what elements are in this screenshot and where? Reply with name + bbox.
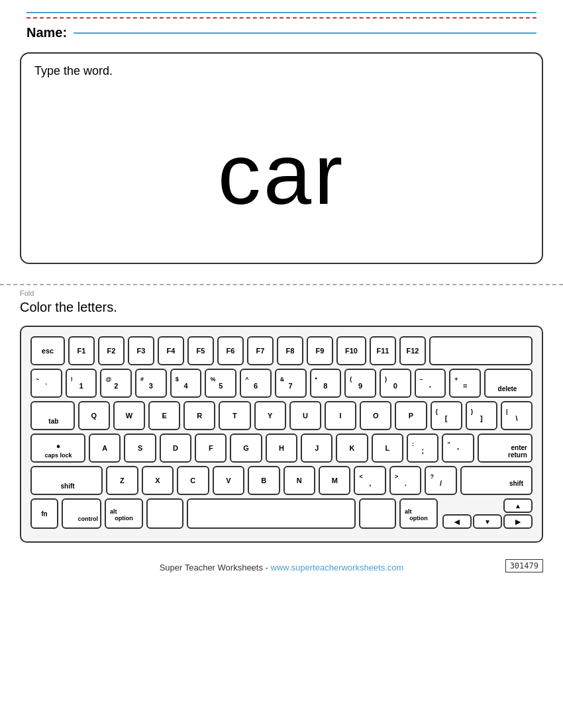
- keyboard-row-1: esc F1 F2 F3 F4 F5 F6 F7 F8 F9 F10 F11 F…: [30, 336, 533, 365]
- key-c[interactable]: C: [177, 466, 209, 495]
- key-r[interactable]: R: [183, 401, 215, 430]
- dashed-decorative-line: [26, 17, 537, 19]
- key-f8-label: F8: [286, 347, 295, 355]
- key-7[interactable]: &7: [275, 369, 307, 398]
- key-equals[interactable]: +=: [449, 369, 481, 398]
- key-bracket-l[interactable]: {[: [431, 401, 462, 430]
- key-n[interactable]: N: [283, 466, 315, 495]
- key-1[interactable]: !1: [66, 369, 97, 398]
- key-k[interactable]: K: [336, 433, 368, 463]
- key-shift-right[interactable]: shift: [460, 466, 533, 495]
- key-f9[interactable]: F9: [307, 336, 333, 365]
- key-a[interactable]: A: [89, 433, 121, 463]
- key-d[interactable]: D: [160, 433, 191, 463]
- key-e[interactable]: E: [148, 401, 180, 430]
- key-delete[interactable]: delete: [484, 369, 533, 398]
- key-esc[interactable]: esc: [30, 336, 65, 365]
- key-x[interactable]: X: [142, 466, 174, 495]
- key-f9-label: F9: [316, 347, 325, 355]
- key-f7[interactable]: F7: [247, 336, 274, 365]
- key-w[interactable]: W: [113, 401, 145, 430]
- key-quote[interactable]: "': [442, 433, 474, 463]
- key-arrow-left[interactable]: ◀: [442, 514, 472, 529]
- key-5[interactable]: %5: [205, 369, 236, 398]
- fold-label: Fold: [20, 289, 34, 297]
- key-bracket-r[interactable]: }]: [466, 401, 497, 430]
- key-f10[interactable]: F10: [336, 336, 366, 365]
- name-label: Name:: [26, 25, 67, 40]
- key-o[interactable]: O: [360, 401, 391, 430]
- fold-section: Fold: [0, 284, 563, 288]
- keyboard-row-3: tab Q W E R T Y U I O P {[ }] |\: [30, 401, 533, 430]
- key-j[interactable]: J: [301, 433, 333, 463]
- key-slash[interactable]: ?/: [425, 466, 456, 495]
- key-2[interactable]: @2: [100, 369, 132, 398]
- key-f11-label: F11: [377, 347, 389, 355]
- key-tab[interactable]: tab: [30, 401, 75, 430]
- key-capslock[interactable]: • caps lock: [30, 433, 85, 463]
- key-comma[interactable]: <,: [354, 466, 385, 495]
- key-g[interactable]: G: [230, 433, 262, 463]
- key-shift-left[interactable]: shift: [30, 466, 103, 495]
- key-t[interactable]: T: [219, 401, 250, 430]
- key-f5[interactable]: F5: [187, 336, 214, 365]
- key-minus[interactable]: –-: [415, 369, 446, 398]
- key-cmd-right[interactable]: [359, 498, 396, 529]
- key-6[interactable]: ^6: [240, 369, 272, 398]
- footer: Super Teacher Worksheets - www.superteac…: [0, 556, 563, 578]
- key-f[interactable]: F: [195, 433, 227, 463]
- key-0[interactable]: )0: [380, 369, 411, 398]
- key-f5-label: F5: [197, 347, 205, 355]
- key-arrow-right[interactable]: ▶: [503, 514, 533, 529]
- key-f2[interactable]: F2: [98, 336, 125, 365]
- key-f4[interactable]: F4: [158, 336, 184, 365]
- key-f1-label: F1: [77, 347, 86, 355]
- word-text: car: [218, 124, 346, 224]
- key-v[interactable]: V: [213, 466, 244, 495]
- key-9[interactable]: (9: [344, 369, 376, 398]
- key-b[interactable]: B: [248, 466, 280, 495]
- key-backslash[interactable]: |\: [501, 401, 533, 430]
- key-f3[interactable]: F3: [128, 336, 154, 365]
- key-f6[interactable]: F6: [217, 336, 244, 365]
- key-arrow-down[interactable]: ▼: [473, 514, 502, 529]
- key-f10-label: F10: [345, 347, 358, 355]
- key-p[interactable]: P: [395, 401, 427, 430]
- key-f11[interactable]: F11: [370, 336, 396, 365]
- top-section: Name:: [0, 0, 563, 40]
- key-i[interactable]: I: [325, 401, 356, 430]
- key-4[interactable]: $4: [170, 369, 202, 398]
- key-arrow-up[interactable]: ▲: [503, 498, 533, 513]
- key-f3-label: F3: [137, 347, 146, 355]
- key-q[interactable]: Q: [78, 401, 110, 430]
- key-alt-left[interactable]: alt option: [105, 498, 143, 529]
- key-period[interactable]: >.: [389, 466, 421, 495]
- bottom-section: Color the letters. esc F1 F2 F3 F4 F5 F6…: [0, 288, 563, 556]
- name-input-line[interactable]: [74, 32, 537, 34]
- key-l[interactable]: L: [372, 433, 403, 463]
- keyboard-row-6: fn control alt option alt option ▲: [30, 498, 533, 529]
- key-control[interactable]: control: [62, 498, 101, 529]
- key-f12-label: F12: [407, 347, 419, 355]
- key-f8[interactable]: F8: [277, 336, 303, 365]
- key-backtick[interactable]: ~`: [30, 369, 62, 398]
- key-enter[interactable]: enter return: [478, 433, 533, 463]
- key-f1[interactable]: F1: [68, 336, 95, 365]
- key-space[interactable]: [187, 498, 356, 529]
- key-y[interactable]: Y: [254, 401, 286, 430]
- key-u[interactable]: U: [289, 401, 321, 430]
- key-8[interactable]: *8: [310, 369, 342, 398]
- key-f12[interactable]: F12: [399, 336, 426, 365]
- key-alt-right[interactable]: alt option: [399, 498, 438, 529]
- key-m[interactable]: M: [319, 466, 350, 495]
- key-3[interactable]: #3: [135, 369, 167, 398]
- key-s[interactable]: S: [124, 433, 156, 463]
- footer-link[interactable]: www.superteacherworksheets.com: [271, 563, 404, 572]
- key-h[interactable]: H: [266, 433, 297, 463]
- key-cmd-left[interactable]: [146, 498, 183, 529]
- key-semicolon[interactable]: :;: [407, 433, 438, 463]
- key-fn[interactable]: fn: [30, 498, 58, 529]
- page: Name: Type the word. car Fold Color the …: [0, 0, 563, 728]
- key-power[interactable]: [429, 336, 533, 365]
- key-z[interactable]: Z: [106, 466, 138, 495]
